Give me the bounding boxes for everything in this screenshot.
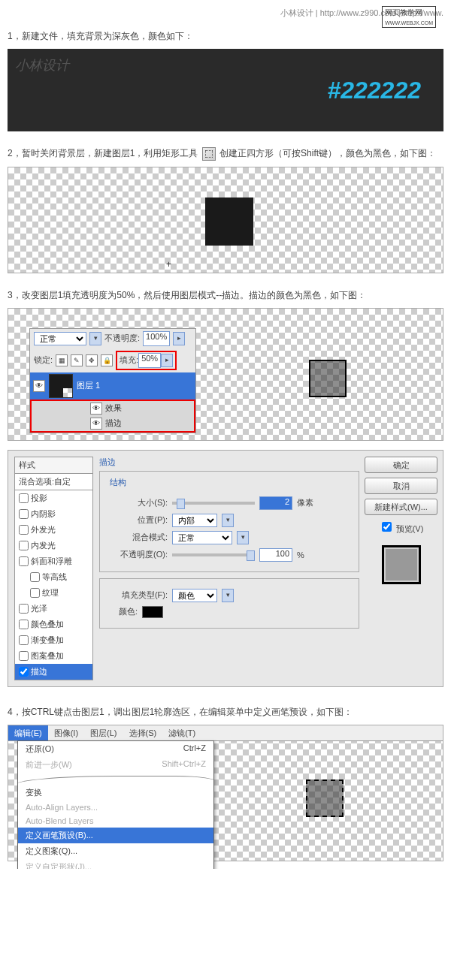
menu-edit[interactable]: 编辑(E) — [8, 725, 48, 740]
pct-unit: % — [297, 550, 304, 559]
layer-style-dialog: 样式 混合选项:自定 投影 内阴影 外发光 内发光 斜面和浮雕 等高线 纹理 光… — [8, 450, 443, 687]
color-swatch-picker[interactable] — [142, 606, 163, 618]
menu-layer[interactable]: 图层(L) — [84, 725, 123, 740]
color-label: 颜色: — [107, 606, 138, 617]
preview-swatch — [382, 545, 421, 584]
lock-all-icon[interactable]: 🔒 — [101, 354, 113, 366]
fx-row[interactable]: 👁 效果 — [32, 401, 194, 416]
styles-column: 样式 混合选项:自定 投影 内阴影 外发光 内发光 斜面和浮雕 等高线 纹理 光… — [14, 457, 93, 680]
cursor-cross-icon: + — [166, 259, 171, 270]
watermark: 小林设计 — [15, 56, 69, 74]
stroke-title: 描边 — [99, 457, 359, 468]
fill-highlight: 填充: 50% ▸ — [116, 351, 177, 370]
styles-header: 样式 — [14, 457, 93, 474]
ok-button[interactable]: 确定 — [365, 457, 437, 473]
chevron-down-icon[interactable]: ▾ — [89, 332, 101, 345]
style-bevel[interactable]: 斜面和浮雕 — [14, 553, 93, 569]
lock-label: 锁定: — [34, 354, 53, 366]
menu-step-forward: 前进一步(W)Shift+Ctrl+Z — [18, 757, 213, 773]
style-stroke[interactable]: 描边 — [14, 664, 93, 680]
blend-mode-select[interactable]: 正常 — [172, 531, 232, 544]
style-pattern-overlay[interactable]: 图案叠加 — [14, 648, 93, 664]
menu-select[interactable]: 选择(S) — [123, 725, 163, 740]
size-input[interactable]: 2 — [259, 496, 292, 510]
step-2-text: 2，暂时关闭背景层，新建图层1，利用矩形工具 创建正四方形（可按Shift键），… — [8, 146, 443, 161]
dialog-buttons: 确定 取消 新建样式(W)... 预览(V) — [365, 457, 437, 680]
menu-transform[interactable]: 变换 — [18, 785, 213, 801]
px-unit: 像素 — [297, 497, 313, 508]
chevron-right-icon[interactable]: ▸ — [173, 332, 185, 345]
opacity-value[interactable]: 100% — [143, 331, 170, 346]
swatch-hex: #222222 — [327, 77, 421, 104]
stroke-fx-row[interactable]: 👁 描边 — [32, 416, 194, 431]
menu-define-pattern[interactable]: 定义图案(Q)... — [18, 843, 213, 859]
filltype-label: 填充类型(F): — [107, 590, 168, 601]
menu-undo[interactable]: 还原(O)Ctrl+Z — [18, 741, 213, 757]
style-outer-glow[interactable]: 外发光 — [14, 522, 93, 538]
new-style-button[interactable]: 新建样式(W)... — [365, 499, 437, 515]
color-swatch: 小林设计 #222222 — [8, 49, 443, 131]
menu-bar: 编辑(E) 图像(I) 图层(L) 选择(S) 滤镜(T) — [8, 725, 443, 741]
layer-name: 图层 1 — [77, 380, 100, 391]
menu-auto-blend: Auto-Blend Layers — [18, 814, 213, 828]
opacity-label: 不透明度: — [104, 333, 140, 344]
menu-filter[interactable]: 滤镜(T) — [162, 725, 201, 740]
preview-checkbox[interactable]: 预览(V) — [379, 520, 424, 535]
fill-value[interactable]: 50% — [138, 353, 161, 368]
blend-options[interactable]: 混合选项:自定 — [14, 474, 93, 490]
menu-image[interactable]: 图像(I) — [48, 725, 84, 740]
visibility-icon[interactable]: 👁 — [90, 418, 102, 430]
fill-label: 填充: — [120, 354, 138, 366]
style-color-overlay[interactable]: 颜色叠加 — [14, 617, 93, 632]
opacity-slider[interactable] — [172, 553, 255, 556]
step-1-text: 1，新建文件，填充背景为深灰色，颜色如下： — [8, 29, 443, 43]
visibility-icon[interactable]: 👁 — [90, 403, 102, 415]
menu-define-brush[interactable]: 定义画笔预设(B)... — [18, 828, 213, 843]
stroke-fx-label: 描边 — [105, 418, 122, 429]
torn-edge-icon — [18, 773, 213, 785]
stroked-square-preview — [309, 360, 347, 397]
step-4-text: 4，按CTRL键点击图层1，调出图层1轮廓选区，在编辑菜单中定义画笔预设，如下图… — [8, 705, 443, 719]
stroke-settings: 描边 结构 大小(S): 2 像素 位置(P): 内部▾ 混合模式: 正常▾ 不… — [99, 457, 359, 680]
blend-mode-label: 混合模式: — [107, 532, 168, 543]
style-contour[interactable]: 等高线 — [14, 569, 93, 585]
size-label: 大小(S): — [107, 497, 168, 508]
chevron-down-icon[interactable]: ▾ — [222, 589, 234, 602]
layers-panel: 正常 ▾ 不透明度: 100% ▸ 锁定: ▦ ✎ ✥ 🔒 填充: 50% ▸ … — [29, 328, 196, 433]
style-inner-shadow[interactable]: 内阴影 — [14, 506, 93, 522]
size-slider[interactable] — [172, 502, 255, 505]
style-inner-glow[interactable]: 内发光 — [14, 538, 93, 553]
canvas-step2: + — [8, 167, 443, 273]
step-3-text: 3，改变图层1填充透明度为50%，然后使用图层模式--描边。描边的颜色为黑色，如… — [8, 288, 443, 302]
chevron-down-icon[interactable]: ▾ — [237, 531, 249, 544]
style-shadow[interactable]: 投影 — [14, 490, 93, 506]
structure-legend: 结构 — [107, 477, 129, 488]
lock-transparency-icon[interactable]: ▦ — [56, 354, 68, 366]
brand-logo: 网页教学网WWW.WEBJX.COM — [382, 6, 436, 28]
visibility-icon[interactable]: 👁 — [33, 380, 45, 392]
chevron-down-icon[interactable]: ▾ — [222, 514, 234, 527]
style-gradient-overlay[interactable]: 渐变叠加 — [14, 632, 93, 648]
chevron-right-icon[interactable]: ▸ — [161, 354, 173, 367]
opacity-label: 不透明度(O): — [107, 549, 168, 560]
style-texture[interactable]: 纹理 — [14, 585, 93, 601]
lock-move-icon[interactable]: ✥ — [86, 354, 98, 366]
position-select[interactable]: 内部 — [172, 514, 217, 527]
canvas-step4: 编辑(E) 图像(I) 图层(L) 选择(S) 滤镜(T) 还原(O)Ctrl+… — [8, 725, 443, 861]
selection-square — [306, 779, 344, 817]
blend-mode-select[interactable]: 正常 — [34, 332, 86, 345]
layer-1-row[interactable]: 👁 图层 1 — [30, 372, 195, 400]
lock-paint-icon[interactable]: ✎ — [71, 354, 83, 366]
fx-label: 效果 — [105, 403, 122, 414]
menu-define-shape: 定义自定形状(J)... — [18, 859, 213, 869]
canvas-step3: 正常 ▾ 不透明度: 100% ▸ 锁定: ▦ ✎ ✥ 🔒 填充: 50% ▸ … — [8, 308, 443, 441]
filltype-select[interactable]: 颜色 — [172, 589, 217, 602]
edit-dropdown: 还原(O)Ctrl+Z 前进一步(W)Shift+Ctrl+Z 变换 Auto-… — [17, 740, 214, 869]
rectangle-tool-icon — [202, 147, 216, 161]
cancel-button[interactable]: 取消 — [365, 478, 437, 494]
position-label: 位置(P): — [107, 514, 168, 526]
opacity-input[interactable]: 100 — [259, 548, 292, 562]
style-satin[interactable]: 光泽 — [14, 601, 93, 617]
black-square — [205, 198, 253, 246]
layer-thumb — [49, 374, 73, 398]
